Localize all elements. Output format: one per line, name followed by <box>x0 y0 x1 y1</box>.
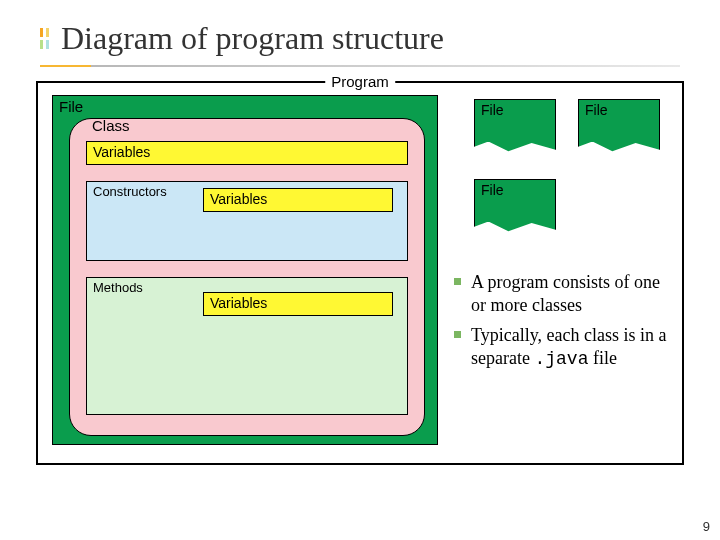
bullet-code: .java <box>534 349 588 369</box>
page-number: 9 <box>703 519 710 534</box>
title-underline <box>40 65 680 67</box>
file-tab-label: File <box>481 102 504 118</box>
file-tab: File <box>474 99 556 155</box>
list-item: Typically, each class is in a separate .… <box>454 324 678 370</box>
method-variables-box: Variables <box>203 292 393 316</box>
bullet-post: file <box>588 348 617 368</box>
class-variables-box: Variables <box>86 141 408 165</box>
title-bar: Diagram of program structure <box>0 0 720 65</box>
file-tab: File <box>578 99 660 155</box>
constructor-variables-box: Variables <box>203 188 393 212</box>
methods-label: Methods <box>93 280 143 295</box>
bullet-icon <box>454 331 461 338</box>
class-block: Class Variables Constructors Variables M… <box>69 118 425 436</box>
bullet-icon <box>454 278 461 285</box>
file-tab-label: File <box>585 102 608 118</box>
class-label: Class <box>92 117 130 134</box>
program-label: Program <box>325 73 395 90</box>
file-label: File <box>59 98 83 115</box>
program-frame: Program File Class Variables Constructor… <box>36 81 684 465</box>
bullet-list: A program consists of one or more classe… <box>454 271 678 378</box>
constructors-label: Constructors <box>93 184 167 199</box>
constructors-box: Constructors Variables <box>86 181 408 261</box>
bullet-text: A program consists of one or more classe… <box>471 271 678 316</box>
list-item: A program consists of one or more classe… <box>454 271 678 316</box>
slide-title: Diagram of program structure <box>61 20 444 57</box>
file-block-main: File Class Variables Constructors Variab… <box>52 95 438 445</box>
bullet-text: Typically, each class is in a separate .… <box>471 324 678 370</box>
methods-box: Methods Variables <box>86 277 408 415</box>
title-accent-icon <box>40 28 49 49</box>
file-tab: File <box>474 179 556 235</box>
file-tab-label: File <box>481 182 504 198</box>
